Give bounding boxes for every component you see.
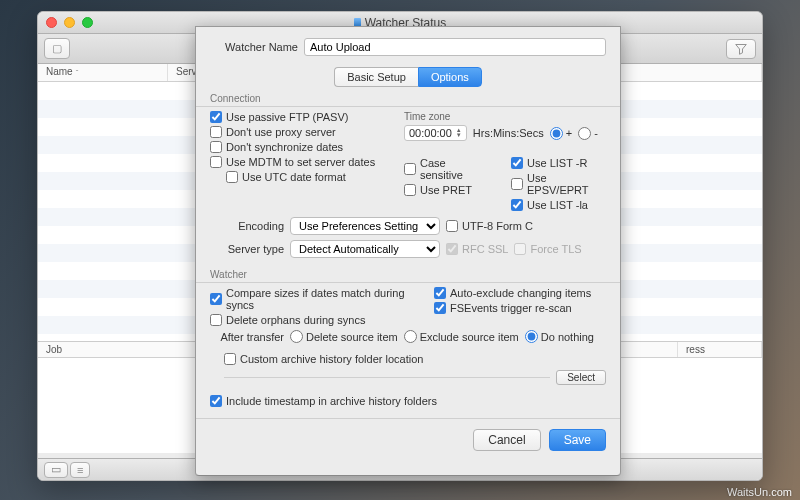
after-delete-radio[interactable]: Delete source item <box>290 330 398 343</box>
noproxy-checkbox[interactable]: Don't use proxy server <box>210 126 390 138</box>
tz-plus-radio[interactable]: + <box>550 127 572 140</box>
status-activity-button[interactable]: ≡ <box>70 462 90 478</box>
pret-checkbox[interactable]: Use PRET <box>404 184 487 196</box>
watcher-group-label: Watcher <box>196 269 620 280</box>
utc-checkbox[interactable]: Use UTC date format <box>226 171 390 183</box>
encoding-label: Encoding <box>210 220 284 232</box>
tab-options[interactable]: Options <box>418 67 482 87</box>
custom-archive-checkbox[interactable]: Custom archive history folder location <box>224 353 423 365</box>
auto-exclude-checkbox[interactable]: Auto-exclude changing items <box>434 287 591 299</box>
stepper-icon[interactable]: ▲▼ <box>456 128 462 138</box>
tab-basic-setup[interactable]: Basic Setup <box>334 67 418 87</box>
col-progress[interactable]: ress <box>678 342 762 357</box>
fsevents-checkbox[interactable]: FSEvents trigger re-scan <box>434 302 591 314</box>
after-transfer-label: After transfer <box>210 331 284 343</box>
after-nothing-radio[interactable]: Do nothing <box>525 330 594 343</box>
col-name[interactable]: Nameˆ <box>38 64 168 81</box>
tz-minus-radio[interactable]: - <box>578 127 598 140</box>
select-folder-button[interactable]: Select <box>556 370 606 385</box>
rfcssl-checkbox: RFC SSL <box>446 243 508 255</box>
watcher-name-field[interactable] <box>304 38 606 56</box>
forcetls-checkbox: Force TLS <box>514 243 581 255</box>
include-timestamp-checkbox[interactable]: Include timestamp in archive history fol… <box>210 395 437 407</box>
sidebar-toggle-button[interactable]: ▢ <box>44 38 70 59</box>
filter-button[interactable] <box>726 39 756 59</box>
watcher-settings-sheet: Watcher Name Basic Setup Options Connect… <box>195 26 621 476</box>
encoding-select[interactable]: Use Preferences Setting <box>290 217 440 235</box>
epsv-checkbox[interactable]: Use EPSV/EPRT <box>511 172 606 196</box>
sort-asc-icon: ˆ <box>76 68 79 77</box>
delete-orphans-checkbox[interactable]: Delete orphans during syncs <box>210 314 420 326</box>
nosyncdates-checkbox[interactable]: Don't synchronize dates <box>210 141 390 153</box>
servertype-select[interactable]: Detect Automatically <box>290 240 440 258</box>
connection-group-label: Connection <box>196 93 620 104</box>
mdtm-checkbox[interactable]: Use MDTM to set server dates <box>210 156 390 168</box>
timezone-units: Hrs:Mins:Secs <box>473 127 544 139</box>
status-layout-button[interactable]: ▭ <box>44 462 68 478</box>
timezone-label: Time zone <box>404 111 606 122</box>
tab-segment[interactable]: Basic Setup Options <box>334 67 482 87</box>
after-exclude-radio[interactable]: Exclude source item <box>404 330 519 343</box>
watermark: WaitsUn.com <box>727 486 792 498</box>
save-button[interactable]: Save <box>549 429 606 451</box>
compare-sizes-checkbox[interactable]: Compare sizes if dates match during sync… <box>210 287 420 311</box>
cancel-button[interactable]: Cancel <box>473 429 540 451</box>
case-checkbox[interactable]: Case sensitive <box>404 157 487 181</box>
timezone-stepper[interactable]: 00:00:00 ▲▼ <box>404 125 467 141</box>
pasv-checkbox[interactable]: Use passive FTP (PASV) <box>210 111 390 123</box>
utf8formc-checkbox[interactable]: UTF-8 Form C <box>446 220 533 232</box>
listla-checkbox[interactable]: Use LIST -la <box>511 199 606 211</box>
listr-checkbox[interactable]: Use LIST -R <box>511 157 606 169</box>
servertype-label: Server type <box>210 243 284 255</box>
watcher-name-label: Watcher Name <box>210 41 298 53</box>
funnel-icon <box>734 43 748 55</box>
